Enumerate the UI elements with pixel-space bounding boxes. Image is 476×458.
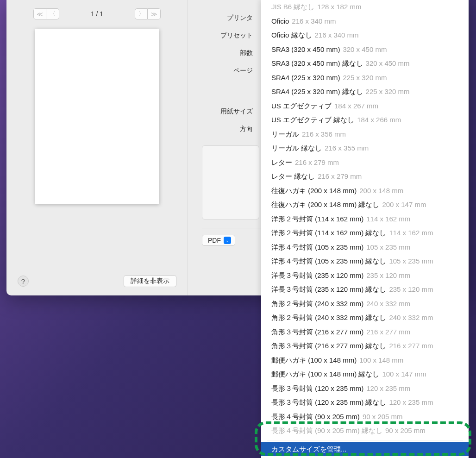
paper-size-option[interactable]: 郵便ハガキ (100 x 148 mm)100 x 148 mm bbox=[261, 353, 469, 368]
paper-size-option[interactable]: 洋長３号封筒 (235 x 120 mm)235 x 120 mm bbox=[261, 269, 469, 283]
paper-size-option[interactable]: 長形３号封筒 (120 x 235 mm)120 x 235 mm bbox=[261, 382, 469, 396]
pager-next-group: 〉 ≫ bbox=[135, 8, 161, 19]
paper-size-option[interactable]: 長形４号封筒 (90 x 205 mm) 縁なし90 x 205 mm bbox=[261, 424, 469, 438]
orientation-label: 方向 bbox=[188, 125, 258, 133]
option-dimensions: 216 x 340 mm bbox=[315, 30, 359, 41]
next-page-button[interactable]: 〉 bbox=[135, 8, 148, 19]
option-name: カスタムサイズを管理... bbox=[271, 444, 347, 455]
prev-page-button[interactable]: 〈 bbox=[46, 8, 59, 19]
paper-size-option[interactable]: US エグゼクティブ 縁なし184 x 266 mm bbox=[261, 113, 469, 127]
paper-size-option[interactable]: レター216 x 279 mm bbox=[261, 156, 469, 170]
option-dimensions: 216 x 277 mm bbox=[389, 341, 433, 351]
pdf-dropdown-button[interactable]: PDF ⌄ bbox=[202, 235, 235, 246]
paper-size-option[interactable]: 往復ハガキ (200 x 148 mm)200 x 148 mm bbox=[261, 184, 469, 198]
option-name: US エグゼクティブ 縁なし bbox=[271, 115, 354, 125]
option-name: 洋形２号封筒 (114 x 162 mm) 縁なし bbox=[271, 228, 386, 238]
option-name: レター 縁なし bbox=[271, 171, 315, 182]
option-dimensions: 120 x 235 mm bbox=[389, 397, 433, 408]
option-name: SRA3 (320 x 450 mm) bbox=[271, 44, 340, 55]
paper-size-option[interactable]: 洋形２号封筒 (114 x 162 mm)114 x 162 mm bbox=[261, 212, 469, 226]
paper-size-option[interactable]: 往復ハガキ (200 x 148 mm) 縁なし200 x 147 mm bbox=[261, 198, 469, 212]
paper-size-menu[interactable]: JIS B6 縁なし128 x 182 mmOficio216 x 340 mm… bbox=[261, 0, 469, 458]
paper-size-option[interactable]: 洋長３号封筒 (235 x 120 mm) 縁なし235 x 120 mm bbox=[261, 282, 469, 297]
pages-label: ページ bbox=[188, 67, 258, 75]
option-name: 郵便ハガキ (100 x 148 mm) 縁なし bbox=[271, 369, 379, 380]
option-name: 往復ハガキ (200 x 148 mm) bbox=[271, 186, 357, 196]
option-dimensions: 240 x 332 mm bbox=[366, 299, 410, 309]
paper-size-option[interactable]: SRA3 (320 x 450 mm)320 x 450 mm bbox=[261, 43, 469, 57]
option-name: 角形３号封筒 (216 x 277 mm) 縁なし bbox=[271, 341, 386, 351]
option-name: 洋形４号封筒 (105 x 235 mm) bbox=[271, 242, 363, 253]
option-name: 往復ハガキ (200 x 148 mm) 縁なし bbox=[271, 200, 379, 210]
option-name: US エグゼクティブ bbox=[271, 101, 332, 112]
option-dimensions: 225 x 320 mm bbox=[366, 87, 410, 97]
option-name: 長形４号封筒 (90 x 205 mm) bbox=[271, 412, 360, 422]
paper-size-option[interactable]: Oficio216 x 340 mm bbox=[261, 14, 469, 29]
paper-size-option[interactable]: JIS B6 縁なし128 x 182 mm bbox=[261, 0, 469, 14]
option-name: JIS B6 縁なし bbox=[271, 2, 314, 13]
option-dimensions: 225 x 320 mm bbox=[343, 73, 387, 83]
option-name: 洋形２号封筒 (114 x 162 mm) bbox=[271, 214, 363, 225]
option-dimensions: 216 x 277 mm bbox=[366, 327, 410, 338]
paper-size-option[interactable]: 角形２号封筒 (240 x 332 mm)240 x 332 mm bbox=[261, 297, 469, 311]
option-name: 角形３号封筒 (216 x 277 mm) bbox=[271, 327, 363, 338]
option-name: 角形２号封筒 (240 x 332 mm) bbox=[271, 299, 363, 309]
hide-details-button[interactable]: 詳細を非表示 bbox=[124, 275, 176, 287]
last-page-button[interactable]: ≫ bbox=[148, 8, 161, 19]
manage-custom-sizes[interactable]: カスタムサイズを管理... bbox=[261, 442, 469, 457]
menu-separator bbox=[267, 440, 463, 440]
option-name: 角形２号封筒 (240 x 332 mm) 縁なし bbox=[271, 313, 386, 323]
option-dimensions: 216 x 355 mm bbox=[325, 143, 369, 154]
option-dimensions: 114 x 162 mm bbox=[366, 214, 410, 225]
option-name: レター bbox=[271, 157, 292, 168]
option-dimensions: 200 x 148 mm bbox=[359, 186, 403, 196]
paper-size-option[interactable]: リーガル216 x 356 mm bbox=[261, 127, 469, 142]
paper-size-option[interactable]: 洋形２号封筒 (114 x 162 mm) 縁なし114 x 162 mm bbox=[261, 226, 469, 240]
option-name: SRA4 (225 x 320 mm) 縁なし bbox=[271, 87, 363, 97]
help-button[interactable]: ? bbox=[18, 276, 29, 287]
option-dimensions: 128 x 182 mm bbox=[317, 2, 361, 13]
option-dimensions: 120 x 235 mm bbox=[366, 383, 410, 394]
option-dimensions: 235 x 120 mm bbox=[366, 270, 410, 281]
preview-pane: ≪ 〈 1 / 1 〉 ≫ ? 詳細を非表示 bbox=[6, 0, 188, 295]
option-dimensions: 90 x 205 mm bbox=[385, 426, 426, 436]
first-page-button[interactable]: ≪ bbox=[33, 8, 46, 19]
paper-size-option[interactable]: Oficio 縁なし216 x 340 mm bbox=[261, 28, 469, 43]
option-dimensions: 320 x 450 mm bbox=[366, 58, 410, 69]
paper-size-option[interactable]: SRA4 (225 x 320 mm) 縁なし225 x 320 mm bbox=[261, 85, 469, 99]
paper-size-option[interactable]: 長形４号封筒 (90 x 205 mm)90 x 205 mm bbox=[261, 410, 469, 424]
paper-size-option[interactable]: US エグゼクティブ184 x 267 mm bbox=[261, 99, 469, 113]
option-name: 洋長３号封筒 (235 x 120 mm) 縁なし bbox=[271, 284, 386, 295]
paper-size-option[interactable]: リーガル 縁なし216 x 355 mm bbox=[261, 141, 469, 156]
option-name: 洋形４号封筒 (105 x 235 mm) 縁なし bbox=[271, 256, 386, 267]
bottom-row: ? 詳細を非表示 bbox=[18, 267, 176, 287]
pager-row: ≪ 〈 1 / 1 〉 ≫ bbox=[18, 8, 176, 19]
option-dimensions: 184 x 266 mm bbox=[357, 115, 401, 125]
paper-size-option[interactable]: 角形３号封筒 (216 x 277 mm) 縁なし216 x 277 mm bbox=[261, 339, 469, 353]
option-name: リーガル bbox=[271, 129, 299, 140]
option-dimensions: 216 x 356 mm bbox=[302, 129, 346, 140]
copies-label: 部数 bbox=[188, 49, 258, 57]
option-name: Oficio 縁なし bbox=[271, 30, 312, 41]
paper-size-option[interactable]: レター 縁なし216 x 279 mm bbox=[261, 169, 469, 184]
paper-size-option[interactable]: 洋形４号封筒 (105 x 235 mm) 縁なし105 x 235 mm bbox=[261, 254, 469, 269]
paper-size-option[interactable]: SRA4 (225 x 320 mm)225 x 320 mm bbox=[261, 71, 469, 85]
chevron-down-icon: ⌄ bbox=[224, 237, 231, 244]
paper-size-option[interactable]: 角形３号封筒 (216 x 277 mm)216 x 277 mm bbox=[261, 325, 469, 339]
option-name: リーガル 縁なし bbox=[271, 143, 322, 154]
option-dimensions: 216 x 279 mm bbox=[295, 157, 339, 168]
option-name: Oficio bbox=[271, 16, 289, 27]
option-dimensions: 105 x 235 mm bbox=[366, 242, 410, 253]
paper-size-option[interactable]: 長形３号封筒 (120 x 235 mm) 縁なし120 x 235 mm bbox=[261, 395, 469, 410]
option-name: 洋長３号封筒 (235 x 120 mm) bbox=[271, 270, 363, 281]
page-counter: 1 / 1 bbox=[91, 10, 103, 18]
paper-size-label: 用紙サイズ bbox=[188, 107, 258, 116]
paper-size-option[interactable]: 角形２号封筒 (240 x 332 mm) 縁なし240 x 332 mm bbox=[261, 311, 469, 325]
page-preview bbox=[35, 29, 159, 204]
paper-size-option[interactable]: 郵便ハガキ (100 x 148 mm) 縁なし100 x 147 mm bbox=[261, 367, 469, 382]
option-dimensions: 216 x 340 mm bbox=[292, 16, 336, 27]
paper-size-option[interactable]: 洋形４号封筒 (105 x 235 mm)105 x 235 mm bbox=[261, 240, 469, 255]
preset-label: プリセット bbox=[188, 31, 258, 40]
option-dimensions: 240 x 332 mm bbox=[389, 313, 433, 323]
paper-size-option[interactable]: SRA3 (320 x 450 mm) 縁なし320 x 450 mm bbox=[261, 56, 469, 71]
